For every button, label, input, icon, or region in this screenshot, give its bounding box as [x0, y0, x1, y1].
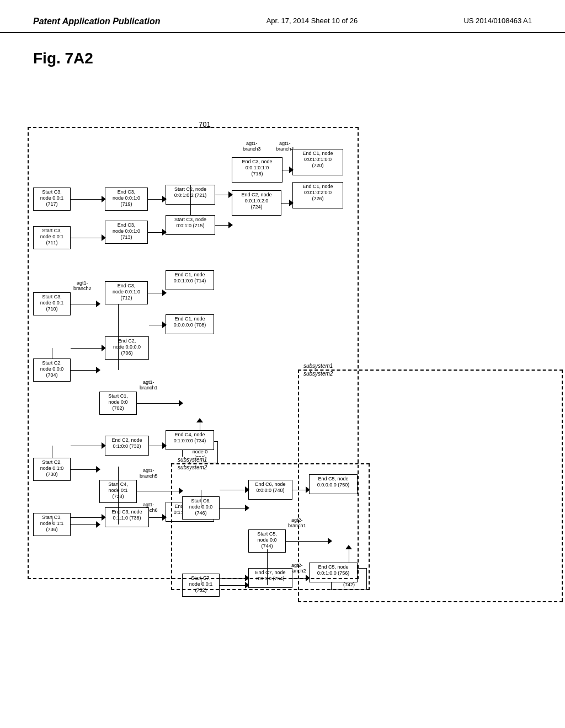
subsystem1-line-bottom — [298, 601, 563, 602]
fig-label: Fig. 7A2 — [33, 50, 93, 67]
subsystem2-border — [171, 463, 370, 590]
publication-title: Patent Application Publication — [33, 17, 161, 26]
subsystem2-border-label: subsystem2 — [177, 464, 208, 470]
patent-number: US 2014/0108463 A1 — [463, 17, 532, 25]
page-header: Patent Application Publication Apr. 17, … — [0, 0, 565, 33]
subsystem1-line-right — [562, 370, 563, 601]
fig-ref-701: 701 — [199, 120, 211, 129]
subsystem1-border-label: subsystem1 — [177, 457, 208, 463]
sheet-info: Apr. 17, 2014 Sheet 10 of 26 — [266, 17, 358, 25]
main-content: Fig. 7A2 subsystem1 subsystem2 Root,node… — [0, 39, 565, 55]
